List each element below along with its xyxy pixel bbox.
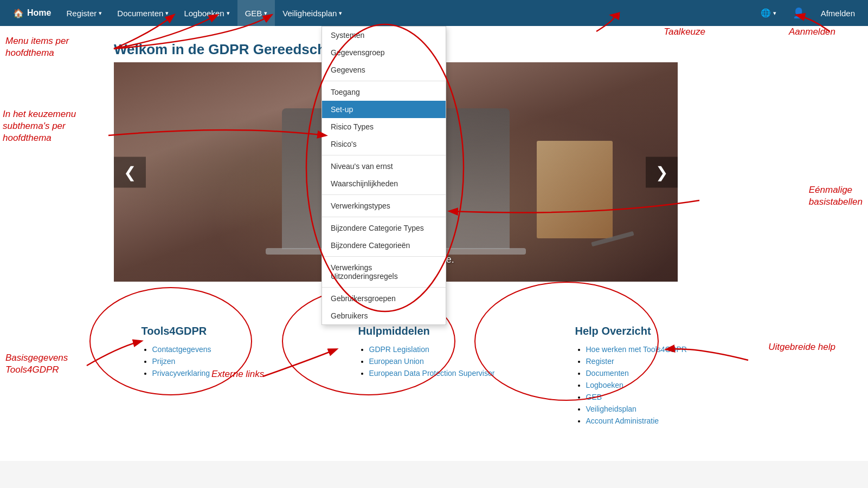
- list-item: Veiligheidsplan: [586, 405, 727, 413]
- footer-help: Help Overzicht Hoe werken met Tools4GDPR…: [559, 314, 743, 439]
- nav-geb[interactable]: GEB ▾: [237, 0, 275, 26]
- dropdown-waarschijnlijkheden[interactable]: Waarschijnlijkheden: [322, 175, 446, 192]
- dropdown-systemen[interactable]: Systemen: [322, 27, 446, 44]
- list-item: Register: [586, 357, 727, 366]
- dropdown-gebruikers[interactable]: Gebruikers: [322, 307, 446, 324]
- divider-5: [322, 256, 446, 257]
- dropdown-bijzondere-cat[interactable]: Bijzondere Categorieën: [322, 237, 446, 254]
- list-item: Contactgegevens: [152, 345, 293, 354]
- divider-2: [322, 155, 446, 155]
- link-european-union[interactable]: European Union: [369, 357, 424, 366]
- dropdown-risico-types[interactable]: Risico Types: [322, 118, 446, 135]
- carousel-prev[interactable]: ❮: [114, 157, 146, 187]
- globe-caret: ▾: [773, 10, 776, 17]
- link-gdpr-legislation[interactable]: GDPR Legislation: [369, 345, 429, 354]
- nav-documenten[interactable]: Documenten ▾: [110, 0, 176, 26]
- divider-1: [322, 81, 446, 81]
- nav-user-icon[interactable]: 👤: [786, 0, 811, 26]
- navbar: 🏠 Home Register ▾ Documenten ▾ Logboeken…: [0, 0, 868, 26]
- page-wrapper: 🏠 Home Register ▾ Documenten ▾ Logboeken…: [0, 0, 868, 461]
- geb-dropdown: Systemen Gegevensgroep Gegevens Toegang …: [322, 26, 446, 325]
- nav-logboeken[interactable]: Logboeken ▾: [176, 0, 237, 26]
- dropdown-verwerkings-uitz[interactable]: Verwerkings Uitzonderingsregels: [322, 259, 446, 285]
- divider-4: [322, 217, 446, 217]
- list-item: Logboeken: [586, 381, 727, 389]
- link-account-admin[interactable]: Account Administratie: [586, 417, 659, 425]
- list-item: GDPR Legislation: [369, 345, 510, 354]
- list-item: Privacyverklaring: [152, 369, 293, 378]
- dropdown-gegevens[interactable]: Gegevens: [322, 61, 446, 79]
- link-prijzen[interactable]: Prijzen: [152, 357, 176, 366]
- dropdown-niveaus[interactable]: Niveau's van ernst: [322, 158, 446, 175]
- dropdown-setup[interactable]: Set-up: [322, 101, 446, 118]
- footer-tools4gdpr: Tools4GDPR Contactgegevens Prijzen Priva…: [125, 314, 310, 439]
- footer-hulpmiddelen-title: Hulpmiddelen: [358, 325, 510, 337]
- footer-tools4gdpr-title: Tools4GDPR: [142, 325, 293, 337]
- link-veiligheidsplan[interactable]: Veiligheidsplan: [586, 405, 636, 413]
- link-geb[interactable]: GEB: [586, 393, 602, 401]
- nav-veiligheidsplan[interactable]: Veiligheidsplan ▾: [275, 0, 350, 26]
- carousel-next[interactable]: ❯: [646, 157, 678, 187]
- link-edps[interactable]: European Data Protection Supervisor: [369, 369, 495, 378]
- link-hoe-werken[interactable]: Hoe werken met Tools4GDPR: [586, 345, 687, 354]
- link-logboeken[interactable]: Logboeken: [586, 381, 623, 389]
- footer-help-list: Hoe werken met Tools4GDPR Register Docum…: [575, 345, 727, 425]
- user-icon: 👤: [793, 7, 805, 19]
- footer-hulpmiddelen-list: GDPR Legislation European Union European…: [358, 345, 510, 378]
- divider-6: [322, 287, 446, 288]
- nav-register[interactable]: Register ▾: [59, 0, 110, 26]
- link-register[interactable]: Register: [586, 357, 614, 366]
- footer-tools4gdpr-list: Contactgegevens Prijzen Privacyverklarin…: [142, 345, 293, 378]
- list-item: GEB: [586, 393, 727, 401]
- dropdown-gebruikersgroepen[interactable]: Gebruikersgroepen: [322, 290, 446, 307]
- link-contactgegevens[interactable]: Contactgegevens: [152, 345, 211, 354]
- dropdown-toegang[interactable]: Toegang: [322, 83, 446, 101]
- link-privacyverklaring[interactable]: Privacyverklaring: [152, 369, 210, 378]
- divider-3: [322, 194, 446, 195]
- geb-caret: ▾: [264, 10, 267, 17]
- list-item: Documenten: [586, 369, 727, 378]
- nav-home[interactable]: 🏠 Home: [5, 8, 59, 18]
- veiligheidsplan-caret: ▾: [339, 10, 342, 17]
- list-item: Hoe werken met Tools4GDPR: [586, 345, 727, 354]
- globe-icon: 🌐: [761, 8, 771, 18]
- documenten-caret: ▾: [165, 10, 169, 17]
- list-item: European Data Protection Supervisor: [369, 369, 510, 378]
- list-item: European Union: [369, 357, 510, 366]
- dropdown-risicos[interactable]: Risico's: [322, 135, 446, 153]
- nav-afmelden[interactable]: Afmelden: [813, 0, 863, 26]
- logboeken-caret: ▾: [227, 10, 230, 17]
- book: [537, 141, 613, 238]
- link-documenten[interactable]: Documenten: [586, 369, 629, 378]
- navbar-right: 🌐 ▾ 👤 Afmelden: [753, 0, 863, 26]
- footer-help-title: Help Overzicht: [575, 325, 727, 337]
- footer-hulpmiddelen: Hulpmiddelen GDPR Legislation European U…: [342, 314, 526, 439]
- dropdown-gegevensgroep[interactable]: Gegevensgroep: [322, 44, 446, 61]
- list-item: Prijzen: [152, 357, 293, 366]
- dropdown-bijzondere-types[interactable]: Bijzondere Categorie Types: [322, 219, 446, 237]
- dropdown-verwerkingstypes[interactable]: Verwerkingstypes: [322, 197, 446, 214]
- nav-globe[interactable]: 🌐 ▾: [753, 0, 784, 26]
- list-item: Account Administratie: [586, 417, 727, 425]
- home-icon: 🏠: [13, 8, 24, 18]
- register-caret: ▾: [99, 10, 102, 17]
